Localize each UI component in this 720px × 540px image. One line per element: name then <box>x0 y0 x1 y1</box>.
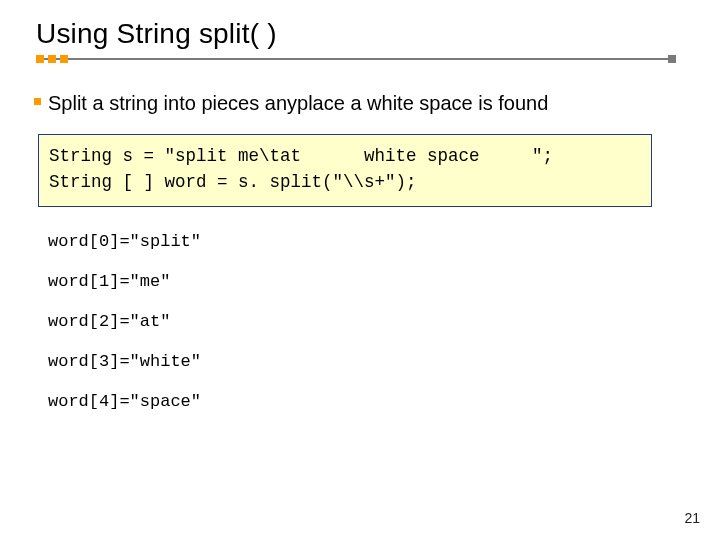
code-line: String s = "split me\tat white space "; <box>49 143 641 169</box>
title-underline <box>36 56 676 62</box>
result-item: word[1]="me" <box>48 265 686 299</box>
slide-title: Using String split( ) <box>36 18 720 50</box>
code-box: String s = "split me\tat white space "; … <box>38 134 652 207</box>
page-number: 21 <box>684 510 700 526</box>
lead-text-content: Split a string into pieces anyplace a wh… <box>48 92 548 114</box>
slide: Using String split( ) Split a string int… <box>0 0 720 540</box>
title-rule <box>36 58 676 60</box>
lead-text: Split a string into pieces anyplace a wh… <box>48 90 686 116</box>
result-item: word[3]="white" <box>48 345 686 379</box>
results-list: word[0]="split" word[1]="me" word[2]="at… <box>48 225 686 419</box>
bullet-icon <box>34 98 41 105</box>
result-item: word[0]="split" <box>48 225 686 259</box>
decor-square-icon <box>36 55 44 63</box>
result-item: word[4]="space" <box>48 385 686 419</box>
code-line: String [ ] word = s. split("\\s+"); <box>49 169 641 195</box>
title-block: Using String split( ) <box>0 0 720 62</box>
result-item: word[2]="at" <box>48 305 686 339</box>
decor-square-icon <box>48 55 56 63</box>
slide-body: Split a string into pieces anyplace a wh… <box>0 62 720 419</box>
decor-square-icon <box>60 55 68 63</box>
decor-square-end-icon <box>668 55 676 63</box>
